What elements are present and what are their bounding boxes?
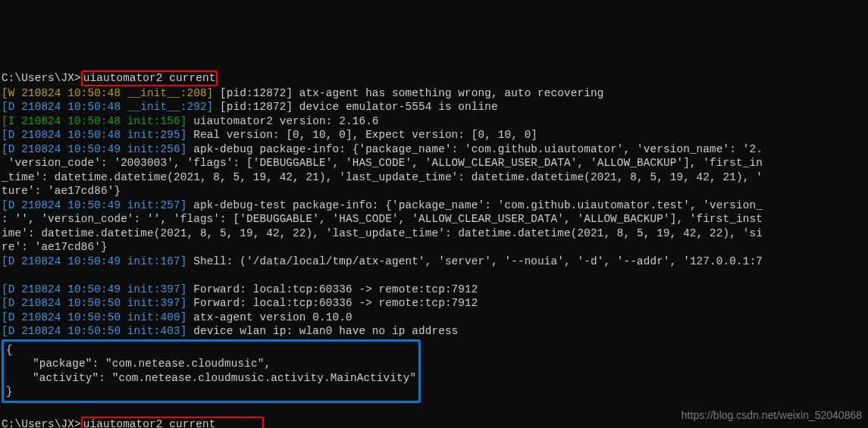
output-highlight-box: { "package": "com.netease.cloudmusic", "… (2, 339, 421, 403)
command-highlight-1: uiautomator2 current (81, 70, 218, 86)
log-info-prefix: [I 210824 10:50:48 init:156] (2, 115, 186, 127)
log-debug-prefix: [D 210824 10:50:49 init:397] (2, 283, 186, 295)
log-line: _time': datetime.datetime(2021, 8, 5, 19… (2, 171, 763, 183)
log-line: Forward: local:tcp:60336 -> remote:tcp:7… (186, 283, 478, 295)
log-line: ture': 'ae17cd86'} (2, 185, 121, 197)
command-highlight-2: uiautomator2 current (81, 417, 265, 428)
json-line: "package": "com.netease.cloudmusic", (6, 358, 271, 370)
log-debug-prefix: [D 210824 10:50:49 init:257] (2, 199, 186, 211)
watermark-text: https://blog.csdn.net/weixin_52040868 (682, 408, 862, 423)
log-line: Shell: ('/data/local/tmp/atx-agent', 'se… (186, 255, 762, 267)
log-debug-prefix: [D 210824 10:50:48 init:295] (2, 129, 186, 141)
json-close: } (6, 386, 13, 398)
prompt-path: C:\Users\JX> (2, 418, 81, 428)
log-debug-prefix: [D 210824 10:50:50 init:400] (2, 311, 186, 323)
log-line: re': 'ae17cd86'} (2, 241, 108, 253)
log-line: device wlan ip: wlan0 have no ip address (186, 325, 458, 337)
log-line: ime': datetime.datetime(2021, 8, 5, 19, … (2, 227, 763, 239)
log-line: Real version: [0, 10, 0], Expect version… (186, 129, 537, 141)
prompt-path: C:\Users\JX> (2, 72, 81, 84)
log-line: [pid:12872] device emulator-5554 is onli… (213, 101, 497, 113)
json-line: "activity": "com.netease.cloudmusic.acti… (6, 372, 416, 384)
log-line: uiautomator2 version: 2.16.6 (186, 115, 378, 127)
log-debug-prefix: [D 210824 10:50:50 init:403] (2, 325, 186, 337)
command-text[interactable]: uiautomator2 current (83, 418, 262, 428)
log-line: Forward: local:tcp:60336 -> remote:tcp:7… (186, 297, 478, 309)
log-debug-prefix: [D 210824 10:50:49 init:256] (2, 143, 186, 155)
log-debug-prefix: [D 210824 10:50:49 init:167] (2, 255, 186, 267)
command-text[interactable]: uiautomator2 current (83, 72, 216, 84)
log-debug-prefix: [D 210824 10:50:48 __init__:292] (2, 101, 213, 113)
log-debug-prefix: [D 210824 10:50:50 init:397] (2, 297, 186, 309)
log-line: apk-debug-test package-info: {'package_n… (186, 199, 762, 211)
log-line: apk-debug package-info: {'package_name':… (186, 143, 762, 155)
log-line: [pid:12872] atx-agent has something wron… (213, 87, 603, 99)
json-open: { (6, 344, 13, 356)
log-line: 'version_code': '2003003', 'flags': ['DE… (2, 157, 763, 169)
log-warn-prefix: [W 210824 10:50:48 __init__:208] (2, 87, 213, 99)
terminal-output: C:\Users\JX>uiautomator2 current [W 2108… (0, 56, 868, 428)
log-line: atx-agent version 0.10.0 (186, 311, 352, 323)
log-line: : '', 'version_code': '', 'flags': ['DEB… (2, 213, 763, 225)
